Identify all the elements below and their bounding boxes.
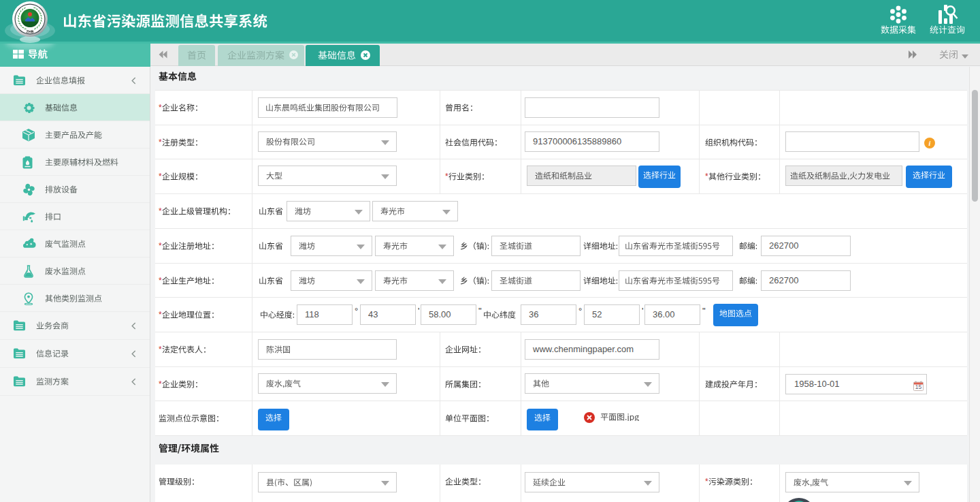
svg-text:15: 15 bbox=[915, 383, 922, 390]
svg-text:i: i bbox=[929, 140, 931, 147]
